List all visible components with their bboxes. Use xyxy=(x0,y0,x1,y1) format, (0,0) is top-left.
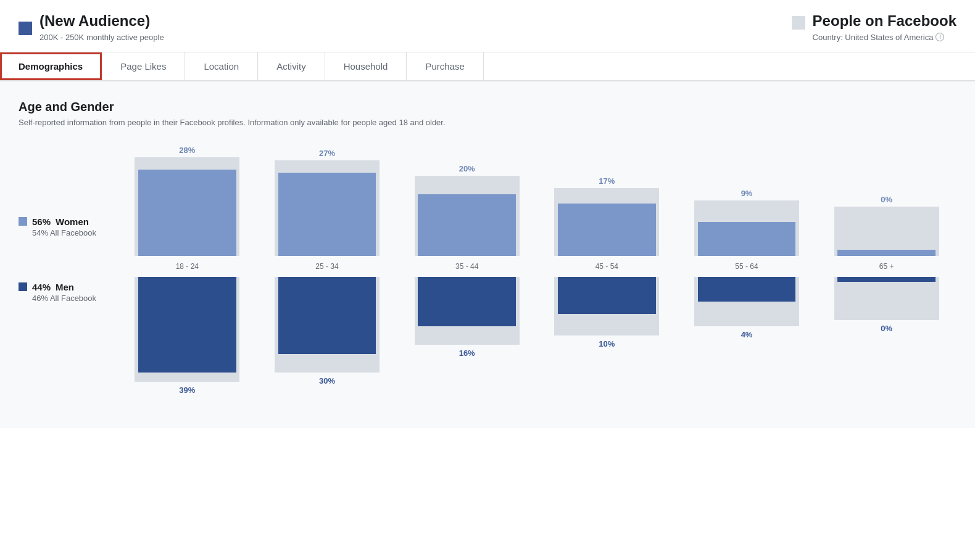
men-bars: 39%30%16%10%4%0% xyxy=(117,277,956,397)
men-bar-group-5: 0% xyxy=(816,277,956,336)
women-bar-fg-2 xyxy=(418,194,516,256)
age-labels-row: 18 - 2425 - 3435 - 4445 - 5455 - 6465 + xyxy=(117,262,956,271)
women-bar-group-1: 27% xyxy=(257,149,397,256)
men-bar-pct-3: 10% xyxy=(599,339,615,348)
women-bar-group-5: 0% xyxy=(816,195,956,256)
page-wrapper: (New Audience) 200K - 250K monthly activ… xyxy=(0,0,975,560)
women-name: 56% Women xyxy=(19,216,117,227)
women-bar-bg-5 xyxy=(834,207,939,256)
audience-icon xyxy=(19,22,32,35)
header-right: People on Facebook Country: United State… xyxy=(792,12,956,42)
women-bar-fg-1 xyxy=(278,173,376,256)
men-bar-group-0: 39% xyxy=(117,277,257,397)
men-bar-fg-4 xyxy=(698,277,796,302)
age-label-4: 55 - 64 xyxy=(677,262,817,271)
men-label: 44% Men 46% All Facebook xyxy=(19,277,117,303)
men-pct-text: 44% xyxy=(32,282,51,292)
women-bar-fg-3 xyxy=(558,204,656,256)
women-section: 56% Women 54% All Facebook 28%27%20%17%9… xyxy=(19,146,956,256)
tab-activity[interactable]: Activity xyxy=(258,52,325,80)
women-bar-group-2: 20% xyxy=(397,164,537,256)
women-bar-group-4: 9% xyxy=(677,189,817,256)
women-bar-fg-4 xyxy=(698,222,796,256)
men-bar-group-3: 10% xyxy=(537,277,677,351)
age-label-2: 35 - 44 xyxy=(397,262,537,271)
info-icon[interactable]: i xyxy=(936,33,944,41)
people-subtitle: Country: United States of America i xyxy=(813,33,956,42)
women-bar-fg-0 xyxy=(138,170,236,256)
men-bar-bg-5 xyxy=(834,277,939,320)
tab-purchase[interactable]: Purchase xyxy=(407,52,483,80)
men-section: 44% Men 46% All Facebook 39%30%16%10%4%0… xyxy=(19,277,956,397)
age-label-1: 25 - 34 xyxy=(257,262,397,271)
women-bar-fg-5 xyxy=(837,250,936,256)
section-title: Age and Gender xyxy=(19,100,956,114)
tab-location[interactable]: Location xyxy=(185,52,258,80)
people-info: People on Facebook Country: United State… xyxy=(813,12,956,42)
women-bar-pct-2: 20% xyxy=(459,164,475,173)
people-icon xyxy=(792,16,805,30)
women-text: Women xyxy=(56,216,89,227)
men-bar-pct-2: 16% xyxy=(459,348,475,358)
women-bar-pct-1: 27% xyxy=(319,149,335,158)
age-label-3: 45 - 54 xyxy=(537,262,677,271)
audience-info: (New Audience) 200K - 250K monthly activ… xyxy=(39,12,164,42)
women-all-facebook: 54% All Facebook xyxy=(19,228,117,237)
men-bar-group-4: 4% xyxy=(677,277,817,342)
men-all-facebook: 46% All Facebook xyxy=(19,294,117,303)
age-gender-chart: 56% Women 54% All Facebook 28%27%20%17%9… xyxy=(19,146,956,403)
men-color-box xyxy=(19,282,27,291)
women-bar-pct-3: 17% xyxy=(599,176,615,186)
men-bar-fg-5 xyxy=(837,277,936,282)
women-bar-pct-4: 9% xyxy=(741,189,753,198)
men-bar-pct-1: 30% xyxy=(319,376,335,385)
men-bar-fg-0 xyxy=(138,277,236,373)
women-bars: 28%27%20%17%9%0% xyxy=(117,146,956,256)
women-bar-pct-0: 28% xyxy=(179,146,195,155)
men-text: Men xyxy=(56,282,74,292)
audience-title: (New Audience) xyxy=(39,12,164,30)
men-name: 44% Men xyxy=(19,282,117,292)
men-bar-fg-2 xyxy=(418,277,516,326)
women-color-box xyxy=(19,217,27,226)
age-label-5: 65 + xyxy=(816,262,956,271)
women-bar-pct-5: 0% xyxy=(881,195,892,204)
women-label: 56% Women 54% All Facebook xyxy=(19,216,117,256)
men-bar-fg-1 xyxy=(278,277,376,354)
women-bar-group-0: 28% xyxy=(117,146,257,256)
header-left: (New Audience) 200K - 250K monthly activ… xyxy=(19,12,792,42)
men-bar-pct-5: 0% xyxy=(881,324,892,333)
audience-subtitle: 200K - 250K monthly active people xyxy=(39,33,164,42)
tab-page-likes[interactable]: Page Likes xyxy=(102,52,185,80)
women-bar-group-3: 17% xyxy=(537,176,677,256)
tab-household[interactable]: Household xyxy=(325,52,407,80)
tabs-bar: Demographics Page Likes Location Activit… xyxy=(0,52,975,81)
women-pct-text: 56% xyxy=(32,216,51,227)
header: (New Audience) 200K - 250K monthly activ… xyxy=(0,0,975,52)
men-bar-pct-0: 39% xyxy=(179,385,195,395)
age-label-0: 18 - 24 xyxy=(117,262,257,271)
main-content: Age and Gender Self-reported information… xyxy=(0,81,975,428)
men-bar-pct-4: 4% xyxy=(741,330,753,339)
people-title: People on Facebook xyxy=(813,12,956,30)
men-bar-fg-3 xyxy=(558,277,656,314)
men-bar-group-2: 16% xyxy=(397,277,537,360)
tab-demographics[interactable]: Demographics xyxy=(0,52,102,80)
section-description: Self-reported information from people in… xyxy=(19,118,956,127)
men-bar-group-1: 30% xyxy=(257,277,397,388)
